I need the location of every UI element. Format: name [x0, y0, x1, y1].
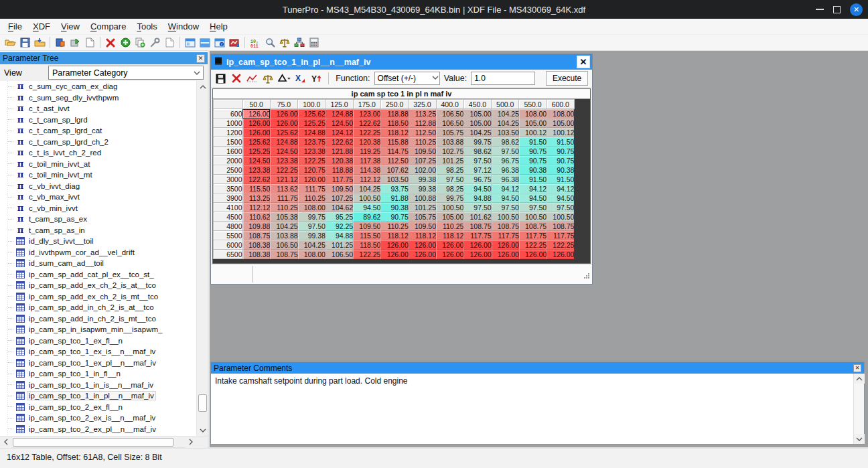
- cell-r600-c175[interactable]: 123.00: [353, 109, 380, 119]
- cell-r3000-c325[interactable]: 99.38: [409, 175, 436, 184]
- cell-r1200-c400[interactable]: 105.75: [436, 128, 463, 137]
- cell-r1200-c250[interactable]: 118.12: [380, 128, 408, 137]
- cell-r1000-c100[interactable]: 125.25: [298, 119, 326, 128]
- menu-xdf[interactable]: XDF: [27, 20, 56, 33]
- open-bin-icon[interactable]: [3, 35, 17, 50]
- save-bin-icon[interactable]: [17, 35, 32, 50]
- cell-r3000-c600[interactable]: 91.50: [547, 175, 574, 184]
- tree-item-ip_cam_sp_tco_2_ex_pl__n__maf_iv[interactable]: ip_cam_sp_tco_2_ex_pl__n__maf_iv: [0, 424, 196, 435]
- cell-r1200-c125[interactable]: 124.12: [326, 128, 353, 137]
- cell-r3000-c75[interactable]: 121.12: [270, 175, 297, 184]
- cell-r4100-c125[interactable]: 104.62: [326, 203, 353, 212]
- cell-r600-c450[interactable]: 105.00: [463, 109, 491, 119]
- wrench-tools-icon[interactable]: [147, 35, 162, 50]
- tree-item-ip_cam_sp_tco_1_ex_is__n__maf_iv[interactable]: ip_cam_sp_tco_1_ex_is__n__maf_iv: [0, 346, 196, 358]
- cell-r1500-c450[interactable]: 99.75: [463, 137, 491, 147]
- cell-r2500-c600[interactable]: 90.38: [547, 165, 574, 175]
- cell-r4500-c250[interactable]: 90.75: [380, 212, 408, 222]
- cell-r1000-c125[interactable]: 124.50: [326, 119, 353, 128]
- tree-item-ip_cam_sp_tco_1_in_is__n__maf_iv[interactable]: ip_cam_sp_tco_1_in_is__n__maf_iv: [0, 380, 196, 391]
- cell-r5500-c400[interactable]: 118.12: [436, 231, 463, 240]
- cell-r3500-c175[interactable]: 104.25: [353, 184, 380, 193]
- cell-r4800-c325[interactable]: 109.50: [409, 222, 436, 231]
- cell-r4500-c75[interactable]: 105.38: [270, 212, 297, 222]
- cell-r6000-c600[interactable]: 122.25: [547, 240, 574, 250]
- cell-r1600-c50[interactable]: 125.25: [242, 147, 270, 156]
- cell-r600-c400[interactable]: 106.50: [436, 109, 463, 119]
- tree-item-c_t_cam_sp_lgrd_ch_2[interactable]: πc_t_cam_sp_lgrd_ch_2: [0, 137, 196, 148]
- hex-view-icon[interactable]: 10₂011: [248, 35, 263, 50]
- view-category-dropdown[interactable]: Parameter Category: [48, 66, 204, 80]
- cell-r1000-c250[interactable]: 118.50: [380, 119, 408, 128]
- cell-r1600-c175[interactable]: 119.25: [353, 147, 380, 156]
- cell-r3500-c50[interactable]: 115.50: [242, 184, 270, 193]
- cell-r1000-c50[interactable]: 126.00: [242, 119, 270, 128]
- tree-item-c_sum_seg_dly_ivvthpwm[interactable]: πc_sum_seg_dly_ivvthpwm: [0, 92, 196, 104]
- cell-r2000-c600[interactable]: 90.75: [547, 156, 574, 165]
- scroll-left-icon[interactable]: [0, 437, 11, 448]
- cell-r1500-c100[interactable]: 123.75: [298, 137, 326, 147]
- column-header-125.0[interactable]: 125.0: [326, 100, 353, 109]
- cell-r6500-c600[interactable]: 126.00: [547, 250, 574, 259]
- cell-r3000-c450[interactable]: 96.75: [463, 175, 491, 184]
- cell-r3000-c400[interactable]: 97.50: [436, 175, 463, 184]
- cell-r2500-c50[interactable]: 123.38: [242, 165, 270, 175]
- minimize-button[interactable]: [816, 9, 824, 10]
- cell-r4800-c250[interactable]: 110.25: [380, 222, 408, 231]
- graph-view-icon[interactable]: [246, 72, 258, 85]
- cell-r600-c100[interactable]: 125.62: [298, 109, 326, 119]
- cell-r6500-c550[interactable]: 126.00: [519, 250, 547, 259]
- cell-r4100-c550[interactable]: 97.50: [519, 203, 547, 212]
- cell-r4100-c325[interactable]: 101.25: [409, 203, 436, 212]
- cell-r1000-c75[interactable]: 126.00: [270, 119, 297, 128]
- editor-titlebar[interactable]: ip_cam_sp_tco_1_in_pl__n__maf_iv ✕: [211, 54, 592, 70]
- function-dropdown[interactable]: Offset (+/-): [374, 72, 440, 85]
- cell-r3900-c175[interactable]: 100.50: [353, 193, 380, 203]
- tree-vscroll-thumb[interactable]: [198, 394, 207, 412]
- cell-r3500-c250[interactable]: 93.75: [380, 184, 408, 193]
- cell-r4500-c125[interactable]: 95.25: [326, 212, 353, 222]
- cell-r4800-c450[interactable]: 108.75: [463, 222, 491, 231]
- row-header-6000[interactable]: 6000: [214, 240, 243, 250]
- tree-item-ip_cam_sp_tco_1_ex_fl__n[interactable]: ip_cam_sp_tco_1_ex_fl__n: [0, 335, 196, 347]
- cell-r1000-c400[interactable]: 106.50: [436, 119, 463, 128]
- cell-r2000-c100[interactable]: 122.25: [298, 156, 326, 165]
- cell-r1200-c500[interactable]: 103.50: [492, 128, 519, 137]
- view-chart-icon[interactable]: [227, 35, 242, 50]
- cell-r600-c75[interactable]: 126.00: [270, 109, 297, 119]
- cell-r1500-c600[interactable]: 91.50: [547, 137, 574, 147]
- tree-item-ip_cam_sp_add_ex_ch_2_is_mt__tco[interactable]: ip_cam_sp_add_ex_ch_2_is_mt__tco: [0, 291, 196, 303]
- cell-r3900-c125[interactable]: 107.25: [326, 193, 353, 203]
- tree-item-id_sum_cam_ad__toil[interactable]: id_sum_cam_ad__toil: [0, 258, 196, 269]
- cell-r4100-c600[interactable]: 97.50: [547, 203, 574, 212]
- cell-r2500-c550[interactable]: 90.38: [519, 165, 547, 175]
- editor-close-button[interactable]: ✕: [577, 56, 590, 68]
- menu-view[interactable]: View: [56, 20, 85, 33]
- cell-r3000-c250[interactable]: 103.50: [380, 175, 408, 184]
- tree-vertical-scrollbar[interactable]: [196, 81, 208, 436]
- cell-r600-c50[interactable]: 126.00: [242, 109, 270, 119]
- cell-r4100-c50[interactable]: 112.12: [242, 203, 270, 212]
- cell-r6000-c325[interactable]: 126.00: [409, 240, 436, 250]
- cell-r2500-c450[interactable]: 97.12: [463, 165, 491, 175]
- cell-r1500-c500[interactable]: 98.62: [492, 137, 519, 147]
- cell-r4100-c500[interactable]: 97.50: [492, 203, 519, 212]
- cell-r2500-c500[interactable]: 96.38: [492, 165, 519, 175]
- cell-r1600-c125[interactable]: 121.88: [326, 147, 353, 156]
- cell-r5500-c100[interactable]: 99.38: [298, 231, 326, 240]
- cell-r5500-c75[interactable]: 103.88: [270, 231, 297, 240]
- cell-r3900-c50[interactable]: 113.25: [242, 193, 270, 203]
- cell-r4800-c550[interactable]: 108.75: [519, 222, 547, 231]
- cell-r1600-c250[interactable]: 114.75: [380, 147, 408, 156]
- cell-r2500-c100[interactable]: 120.75: [298, 165, 326, 175]
- cell-r1600-c400[interactable]: 102.75: [436, 147, 463, 156]
- cell-r1200-c75[interactable]: 125.62: [270, 128, 297, 137]
- cell-r2000-c500[interactable]: 96.75: [492, 156, 519, 165]
- tree-item-ip_cam_sp_add_in_ch_2_is_mt__tco[interactable]: ip_cam_sp_add_in_ch_2_is_mt__tco: [0, 313, 196, 325]
- cell-r5500-c250[interactable]: 118.12: [380, 231, 408, 240]
- cell-r5500-c50[interactable]: 108.75: [242, 231, 270, 240]
- cell-r6000-c550[interactable]: 122.25: [519, 240, 547, 250]
- column-header-600.0[interactable]: 600.0: [547, 100, 574, 109]
- cell-r1000-c600[interactable]: 105.00: [547, 119, 574, 128]
- cell-r6500-c450[interactable]: 126.00: [463, 250, 491, 259]
